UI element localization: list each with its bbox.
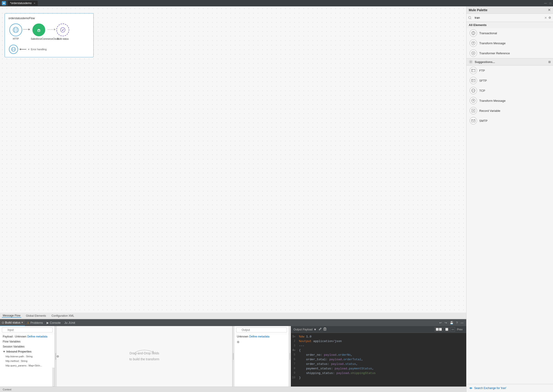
- palette-item-sftp[interactable]: SFTP: [467, 76, 553, 85]
- undo-btn[interactable]: ↩: [438, 321, 443, 325]
- sfcc-node-circle: [32, 23, 45, 36]
- canvas-area: orderstatusdemoFlow: [0, 6, 466, 392]
- smtp-label: SMTP: [479, 119, 488, 123]
- context-bar: Context: [0, 386, 466, 392]
- maximize-btn[interactable]: □: [550, 2, 551, 5]
- palette-item-transform-msg-s[interactable]: Transform Message: [467, 96, 553, 106]
- palette-close-btn[interactable]: ✕: [548, 8, 551, 12]
- delete-btn[interactable]: [323, 327, 327, 332]
- problems-tab[interactable]: ⚠ Problems: [25, 319, 45, 326]
- flow-container: orderstatusdemoFlow: [5, 13, 94, 57]
- code-token: .: [349, 371, 351, 375]
- build-node[interactable]: Build status: [57, 23, 69, 40]
- divider-1[interactable]: [55, 326, 57, 386]
- tab-config-xml[interactable]: Configuration XML: [50, 314, 75, 317]
- palette-item-transactional[interactable]: Transactional: [467, 28, 553, 38]
- search-exchange-link[interactable]: Search Exchange for 'tran': [474, 386, 506, 390]
- three-column-layout: Payload : Unknown Define metadata Flow V…: [0, 326, 466, 386]
- tcp-icon: [470, 87, 477, 94]
- output-search[interactable]: [236, 327, 287, 332]
- input-search[interactable]: [2, 327, 53, 332]
- ftp-label: FTP: [479, 69, 485, 72]
- input-search-container: [0, 326, 55, 334]
- inbound-props-section[interactable]: ▼ Inbound Properties: [0, 349, 55, 354]
- metadata-edit-btn[interactable]: [318, 327, 323, 332]
- main-container: orderstatusdemoFlow: [0, 6, 553, 392]
- code-token: order_total: [299, 358, 326, 361]
- palette-item-transform-message[interactable]: Transform Message: [467, 38, 553, 48]
- code-token: paymentStatus: [349, 367, 372, 370]
- problems-label: Problems: [30, 321, 43, 324]
- save-btn[interactable]: 💾: [449, 321, 454, 325]
- palette-header: Mule Palette ✕: [467, 6, 553, 14]
- output-toolbar-label: Output: [294, 328, 302, 331]
- console-tab[interactable]: ▶ Console: [45, 319, 63, 326]
- context-label: Context: [3, 388, 11, 391]
- http-node[interactable]: HTTP: [9, 23, 22, 40]
- suggestions-expand-icon[interactable]: ⊞: [548, 60, 551, 64]
- payload-dropdown-btn[interactable]: ▼: [312, 327, 318, 332]
- build-tabs-row: ◇ Build status ✕ ⚠ Problems ▶ Console Ju…: [0, 319, 466, 326]
- tab-global-elements[interactable]: Global Elements: [25, 314, 47, 317]
- code-token: application/json: [312, 340, 342, 343]
- top-bar: *orderstatusdemo ✕ — □: [0, 0, 553, 6]
- palette-item-ftp[interactable]: FTP: [467, 65, 553, 76]
- left-connector-dot: [57, 355, 59, 357]
- session-vars-item: Session Variables: [0, 344, 55, 349]
- view-grid-btn[interactable]: ⬜: [444, 327, 450, 331]
- preview-btn[interactable]: Prev: [456, 327, 463, 331]
- minimize-btn[interactable]: —: [544, 2, 547, 5]
- code-token: payload: [336, 371, 349, 375]
- mule-palette: Mule Palette ✕ ✕ ⚙ All Elements Transact…: [466, 6, 553, 392]
- canvas[interactable]: orderstatusdemoFlow: [0, 6, 466, 313]
- code-toolbar: Output Payload ▼ ⬜⬜ ⬜ ▭ P: [291, 326, 467, 333]
- build-label: Build status: [57, 38, 69, 40]
- code-token: .: [347, 367, 349, 370]
- code-token: ,: [351, 353, 353, 357]
- view-split-btn[interactable]: ⬜⬜: [434, 327, 443, 331]
- inbound-props-label: Inbound Properties: [6, 350, 31, 353]
- code-token: 1.0: [304, 335, 312, 338]
- code-token: :: [326, 358, 329, 361]
- error-label[interactable]: ▼ Error handling: [28, 48, 47, 51]
- divider-2[interactable]: [233, 326, 234, 386]
- redo-btn[interactable]: ↪: [444, 321, 448, 325]
- palette-item-record-variable[interactable]: Record Variable: [467, 106, 553, 116]
- code-line-6: 6 order_total: payload.orderTotal,: [291, 357, 467, 362]
- inbound-toggle-icon: ▼: [3, 350, 6, 353]
- palette-search-input[interactable]: [473, 15, 543, 20]
- flow-nodes-row: HTTP: [7, 23, 91, 40]
- search-gear-icon[interactable]: ⚙: [548, 16, 551, 19]
- sfcc-label: SalesforceCommerceCloud: [31, 38, 47, 40]
- junit-tab[interactable]: Ju JUnit: [63, 319, 77, 326]
- search-clear-icon[interactable]: ✕: [544, 16, 547, 20]
- tab-close-icon[interactable]: ✕: [34, 2, 35, 5]
- define-metadata-link-input[interactable]: Define metadata: [27, 335, 47, 338]
- define-metadata-link-output[interactable]: Define metadata: [249, 335, 269, 338]
- code-token: :: [333, 371, 337, 375]
- palette-spacer: [467, 126, 553, 384]
- palette-item-smtp[interactable]: SMTP: [467, 116, 553, 126]
- svg-point-24: [471, 51, 475, 55]
- build-tab-close[interactable]: ✕: [21, 321, 23, 324]
- collapse-btn[interactable]: —: [460, 321, 464, 325]
- palette-item-transformer-reference[interactable]: Transformer Reference: [467, 48, 553, 58]
- suggestions-label: Suggestions...: [475, 60, 495, 64]
- divider-3[interactable]: [289, 326, 291, 386]
- active-tab[interactable]: *orderstatusdemo ✕: [8, 1, 38, 6]
- code-token: payload: [324, 353, 337, 357]
- code-editor[interactable]: 1⊝%dw 1.02%output application/json3---4⊝…: [291, 333, 467, 386]
- output-panel: Unknown Define metadata: [234, 326, 289, 386]
- payload-toolbar-label: Payload: [303, 328, 312, 331]
- svg-point-41: [470, 387, 471, 389]
- sfcc-node[interactable]: SalesforceCommerceCloud: [31, 23, 47, 40]
- help-btn[interactable]: ?: [455, 321, 459, 325]
- palette-item-tcp[interactable]: TCP: [467, 85, 553, 96]
- transactional-label: Transactional: [479, 31, 497, 35]
- code-line-content-3: ---: [298, 344, 304, 348]
- tab-message-flow[interactable]: Message Flow: [2, 314, 21, 318]
- drag-arrow-svg: [131, 345, 158, 359]
- build-status-tab[interactable]: ◇ Build status ✕: [0, 319, 25, 326]
- code-token: :: [320, 353, 324, 357]
- view-single-btn[interactable]: ▭: [450, 327, 455, 331]
